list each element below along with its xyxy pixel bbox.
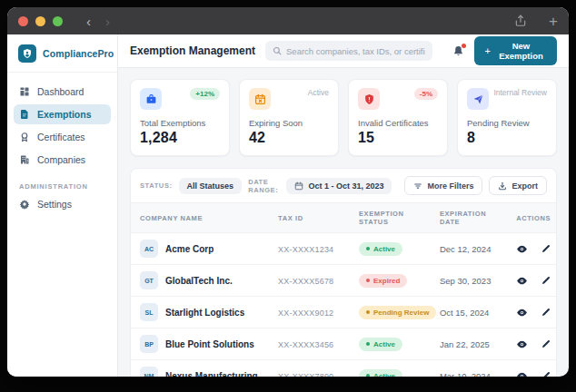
context-badge: Active <box>308 88 329 97</box>
sidebar-item-settings[interactable]: Settings <box>14 194 111 214</box>
close-window-button[interactable] <box>18 16 28 26</box>
column-header-taxid: TAX ID <box>269 203 350 233</box>
view-eye-icon[interactable] <box>516 338 528 350</box>
edit-pencil-icon[interactable] <box>541 307 551 318</box>
tax-id: XX-XXXX3456 <box>278 340 333 349</box>
stat-card-total-exemptions: +12% Total Exemptions 1,284 <box>130 79 230 156</box>
status-badge: Pending Review <box>359 306 436 319</box>
plus-icon: + <box>484 46 490 56</box>
gear-icon <box>19 199 30 210</box>
trend-badge: -5% <box>414 88 438 100</box>
titlebar: ‹ › + <box>7 7 569 34</box>
new-exemption-label: New Exemption <box>495 41 547 61</box>
filter-bar: STATUS: All Statuses DATE RANGE: Oct 1 -… <box>131 169 556 203</box>
status-badge: Expired <box>359 274 407 288</box>
page-header: Exemption Management + New Exemption <box>118 34 569 68</box>
date-range-chip[interactable]: Oct 1 - Oct 31, 2023 <box>286 178 392 194</box>
new-exemption-button[interactable]: + New Exemption <box>474 36 557 65</box>
sidebar-item-label: Certificates <box>37 132 85 142</box>
shield-logo-icon <box>18 44 36 63</box>
sidebar-item-exemptions[interactable]: Exemptions <box>14 104 111 124</box>
sidebar: CompliancePro Dashboard Exemptions <box>7 34 118 377</box>
table-row[interactable]: ACAcme Corp XX-XXXX1234 Active Dec 12, 2… <box>131 233 556 265</box>
sidebar-item-label: Dashboard <box>37 86 84 97</box>
sidebar-item-label: Exemptions <box>37 109 92 120</box>
view-eye-icon[interactable] <box>516 275 528 287</box>
shield-alert-icon <box>358 88 380 110</box>
edit-pencil-icon[interactable] <box>541 243 551 254</box>
expiration-date: Oct 15, 2024 <box>440 308 489 318</box>
brand-name: CompliancePro <box>43 48 114 59</box>
brand: CompliancePro <box>7 34 117 73</box>
status-badge: Active <box>359 242 402 256</box>
view-eye-icon[interactable] <box>516 243 528 255</box>
tax-id: XX-XXXX1234 <box>278 245 333 254</box>
company-name: Nexus Manufacturing <box>165 371 258 377</box>
stat-label: Total Exemptions <box>140 118 220 128</box>
stat-label: Pending Review <box>467 118 547 128</box>
share-icon[interactable] <box>514 15 527 27</box>
forward-icon[interactable]: › <box>105 15 110 28</box>
sidebar-item-label: Settings <box>37 199 72 210</box>
calendar-icon <box>294 181 303 191</box>
stat-cards: +12% Total Exemptions 1,284 Active Expir… <box>130 79 557 156</box>
date-range-value: Oct 1 - Oct 31, 2023 <box>308 181 383 191</box>
new-tab-icon[interactable]: + <box>549 14 558 29</box>
sidebar-item-certificates[interactable]: Certificates <box>14 127 111 147</box>
status-filter-label: STATUS: <box>140 181 173 190</box>
column-header-actions: ACTIONS <box>507 203 556 233</box>
award-ribbon-icon <box>19 132 30 142</box>
company-name: Blue Point Solutions <box>165 339 254 349</box>
date-range-label: DATE RANGE: <box>248 178 280 194</box>
edit-pencil-icon[interactable] <box>541 370 551 377</box>
edit-pencil-icon[interactable] <box>541 338 551 349</box>
expiration-date: Dec 12, 2024 <box>440 244 492 254</box>
exemptions-panel: STATUS: All Statuses DATE RANGE: Oct 1 -… <box>130 168 557 377</box>
company-avatar: NM <box>140 367 158 377</box>
more-filters-button[interactable]: More Filters <box>404 176 482 195</box>
calendar-x-icon <box>249 88 271 110</box>
table-row[interactable]: SLStarlight Logistics XX-XXXX9012 Pendin… <box>131 297 556 328</box>
search-bar[interactable] <box>265 41 432 61</box>
content-area: +12% Total Exemptions 1,284 Active Expir… <box>118 68 569 377</box>
minimize-window-button[interactable] <box>35 16 45 26</box>
download-icon <box>498 181 507 191</box>
view-eye-icon[interactable] <box>516 370 528 377</box>
expiration-date: Mar 10, 2024 <box>440 371 491 377</box>
sidebar-item-dashboard[interactable]: Dashboard <box>14 82 111 102</box>
expiration-date: Jan 22, 2025 <box>440 339 490 349</box>
company-avatar: BP <box>140 335 158 353</box>
export-label: Export <box>511 181 538 191</box>
tax-id: XX-XXXX7890 <box>278 372 333 377</box>
edit-pencil-icon[interactable] <box>541 275 551 286</box>
column-header-status: EXEMPTION STATUS <box>350 203 431 233</box>
tax-id: XX-XXXX5678 <box>278 277 333 286</box>
view-eye-icon[interactable] <box>516 307 528 318</box>
company-name: Acme Corp <box>165 244 214 254</box>
column-header-company: COMPANY NAME <box>131 203 269 233</box>
stat-value: 42 <box>249 130 329 146</box>
back-icon[interactable]: ‹ <box>86 15 91 28</box>
notification-dot <box>462 44 466 48</box>
status-filter-chip[interactable]: All Statuses <box>179 178 243 194</box>
filter-icon <box>413 181 422 191</box>
expiration-date: Sep 30, 2023 <box>440 276 492 286</box>
more-filters-label: More Filters <box>427 181 473 191</box>
table-row[interactable]: BPBlue Point Solutions XX-XXXX3456 Activ… <box>131 328 556 360</box>
export-button[interactable]: Export <box>489 176 547 195</box>
zoom-window-button[interactable] <box>53 16 63 26</box>
notifications-bell-icon[interactable] <box>452 45 464 57</box>
status-badge: Active <box>359 369 402 377</box>
table-row[interactable]: NMNexus Manufacturing XX-XXXX7890 Active… <box>131 360 556 377</box>
stat-value: 8 <box>467 130 547 146</box>
sidebar-item-companies[interactable]: Companies <box>14 150 111 170</box>
search-input[interactable] <box>286 46 425 56</box>
company-name: Starlight Logistics <box>165 308 244 318</box>
send-icon <box>467 88 489 110</box>
sidebar-section-administration: ADMINISTRATION <box>7 170 117 194</box>
company-avatar: SL <box>140 303 158 321</box>
stat-card-invalid-certificates: -5% Invalid Certificates 15 <box>348 79 448 156</box>
exemptions-table: COMPANY NAME TAX ID EXEMPTION STATUS EXP… <box>131 203 556 377</box>
page-title: Exemption Management <box>130 44 255 57</box>
table-row[interactable]: GTGlobalTech Inc. XX-XXXX5678 Expired Se… <box>131 265 556 297</box>
